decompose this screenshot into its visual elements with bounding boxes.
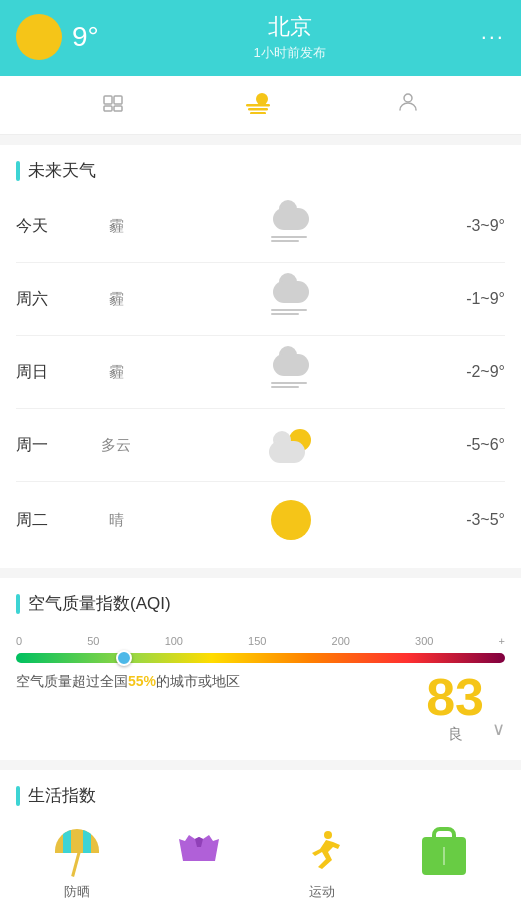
weather-desc: 霾 [76,363,156,382]
weather-desc: 霾 [76,217,156,236]
svg-rect-3 [114,106,122,111]
forecast-header: 未来天气 [16,145,505,190]
aqi-percent: 55% [128,673,156,689]
day-label: 周日 [16,362,76,383]
day-label: 周二 [16,510,76,531]
more-button[interactable]: ··· [481,24,505,50]
weather-icon-cloudy [156,427,425,463]
header-time: 1小时前发布 [254,44,326,62]
svg-rect-7 [250,112,266,114]
aqi-bar-track [16,653,505,663]
table-row: 周日 霾 -2~9° [16,336,505,409]
aqi-desc-suffix: 的城市或地区 [156,673,240,689]
header-city: 北京 [254,12,326,42]
aqi-value-row: 空气质量超过全国55%的城市或地区 83 良 ∨ [16,671,505,744]
temp-range: -3~5° [425,511,505,529]
section-bar [16,161,20,181]
tab-user[interactable] [396,90,420,120]
svg-rect-0 [104,96,112,104]
forecast-section: 未来天气 今天 霾 -3~9° 周六 霾 [0,145,521,568]
aqi-label-50: 50 [87,635,99,647]
user-icon [396,90,420,120]
shirt-icon [173,825,225,877]
life-item-clothes[interactable] [173,825,225,900]
table-row: 周一 多云 -5~6° [16,409,505,482]
aqi-desc-prefix: 空气质量超过全国 [16,673,128,689]
table-row: 周二 晴 -3~5° [16,482,505,558]
sunscreen-icon [51,825,103,877]
aqi-quality: 良 [448,725,463,744]
header-center: 北京 1小时前发布 [254,12,326,62]
app-header: 9° 北京 1小时前发布 ··· [0,0,521,76]
life-section: 生活指数 防晒 [0,770,521,900]
svg-rect-6 [248,108,268,111]
aqi-section: 空气质量指数(AQI) 0 50 100 150 200 300 + 空气质量超… [0,578,521,760]
aqi-bar-container: 0 50 100 150 200 300 + [16,635,505,663]
svg-rect-1 [114,96,122,104]
life-item-sport[interactable]: 运动 [296,825,348,900]
aqi-value: 83 [426,671,484,723]
temp-range: -5~6° [425,436,505,454]
nav-tabs [0,76,521,135]
section-bar [16,786,20,806]
aqi-labels: 0 50 100 150 200 300 + [16,635,505,647]
svg-rect-2 [104,106,112,111]
aqi-label-100: 100 [165,635,183,647]
svg-point-11 [324,831,332,839]
section-bar [16,594,20,614]
home-icon [101,90,125,120]
temp-range: -3~9° [425,217,505,235]
sunscreen-label: 防晒 [64,883,90,900]
life-item-sunscreen[interactable]: 防晒 [51,825,103,900]
weather-desc: 多云 [76,436,156,455]
aqi-title: 空气质量指数(AQI) [28,592,171,615]
day-label: 周六 [16,289,76,310]
weather-icon [246,90,274,120]
aqi-label-0: 0 [16,635,22,647]
aqi-indicator [116,650,132,666]
day-label: 今天 [16,216,76,237]
aqi-number-block: 83 良 [426,671,484,744]
aqi-label-300: 300 [415,635,433,647]
weather-icon-sunny [156,500,425,540]
svg-rect-5 [246,104,270,107]
table-row: 周六 霾 -1~9° [16,263,505,336]
aqi-header: 空气质量指数(AQI) [16,578,505,623]
day-label: 周一 [16,435,76,456]
aqi-label-200: 200 [332,635,350,647]
life-item-shopping[interactable] [418,825,470,900]
forecast-title: 未来天气 [28,159,96,182]
aqi-label-plus: + [499,635,505,647]
tab-home[interactable] [101,90,125,120]
weather-icon-haze [156,208,425,244]
header-temp: 9° [72,21,99,53]
sport-label: 运动 [309,883,335,900]
svg-point-4 [256,93,268,105]
svg-point-8 [404,94,412,102]
life-header: 生活指数 [16,770,505,815]
life-icons-row: 防晒 运动 [16,825,505,900]
sun-icon [16,14,62,60]
weather-desc: 晴 [76,511,156,530]
temp-range: -2~9° [425,363,505,381]
aqi-expand-button[interactable]: ∨ [492,718,505,740]
table-row: 今天 霾 -3~9° [16,190,505,263]
aqi-label-150: 150 [248,635,266,647]
weather-icon-haze [156,354,425,390]
tab-weather[interactable] [246,90,274,120]
temp-range: -1~9° [425,290,505,308]
aqi-description: 空气质量超过全国55%的城市或地区 [16,671,426,692]
weather-desc: 霾 [76,290,156,309]
life-title: 生活指数 [28,784,96,807]
weather-icon-haze [156,281,425,317]
header-left: 9° [16,14,99,60]
bag-icon [418,825,470,877]
running-icon [296,825,348,877]
